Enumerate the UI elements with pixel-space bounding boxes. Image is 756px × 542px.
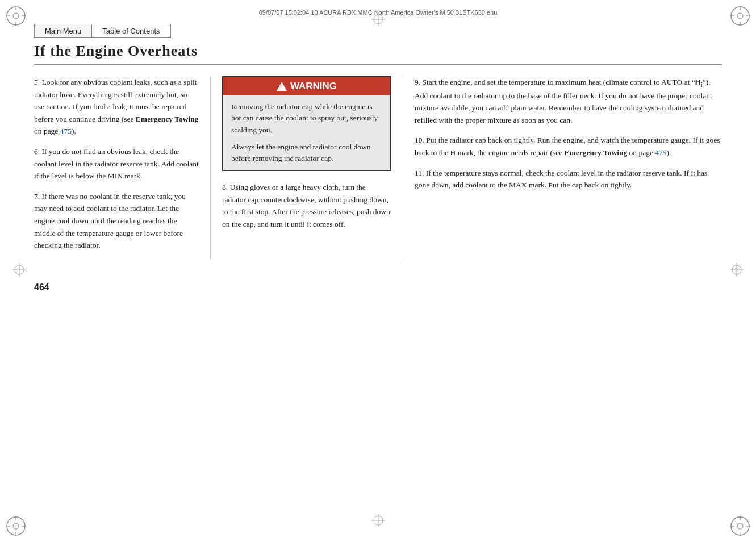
list-item-10: 10. Put the radiator cap back on tightly… <box>415 134 722 159</box>
warning-triangle-icon: ! <box>277 82 287 91</box>
list-item-9: 9. Start the engine, and set the tempera… <box>415 76 722 126</box>
col-middle: ! WARNING Removing the radiator cap whil… <box>210 76 403 260</box>
reg-mark-left <box>12 263 26 279</box>
corner-decoration-br <box>729 515 751 537</box>
item-number-5: 5. <box>34 78 42 86</box>
climate-symbol: Hi <box>695 78 703 86</box>
list-item-8: 8. Using gloves or a large heavy cloth, … <box>222 181 391 230</box>
svg-point-7 <box>737 13 743 19</box>
reg-mark-top <box>371 12 385 28</box>
emergency-towing-link-10: Emergency Towing <box>565 148 628 157</box>
main-menu-button[interactable]: Main Menu <box>34 24 91 38</box>
list-item-5: 5. Look for any obvious coolant leaks, s… <box>34 76 199 137</box>
emergency-towing-link-5: Emergency Towing <box>136 115 199 123</box>
table-of-contents-button[interactable]: Table of Contents <box>91 24 170 38</box>
warning-text-2: Always let the engine and radiator cool … <box>231 141 382 165</box>
page-title: If the Engine Overheats <box>34 43 722 65</box>
list-item-7: 7. If there was no coolant in the reserv… <box>34 190 199 252</box>
warning-box: ! WARNING Removing the radiator cap whil… <box>222 76 391 171</box>
list-item-6: 6. If you do not find an obvious leak, c… <box>34 145 199 182</box>
reg-mark-right <box>730 263 744 279</box>
item-number-9: 9. <box>415 78 423 86</box>
content-area: 5. Look for any obvious coolant leaks, s… <box>34 76 722 260</box>
svg-point-1 <box>13 13 19 19</box>
page-number: 464 <box>34 282 722 293</box>
corner-decoration-tr <box>729 5 751 27</box>
warning-text-1: Removing the radiator cap while the engi… <box>231 101 382 136</box>
col-left: 5. Look for any obvious coolant leaks, s… <box>34 76 210 260</box>
warning-title: WARNING <box>290 81 337 92</box>
corner-decoration-bl <box>5 515 27 537</box>
warning-header: ! WARNING <box>223 77 390 95</box>
col-right: 9. Start the engine, and set the tempera… <box>403 76 722 260</box>
item-number-10: 10. <box>415 136 426 144</box>
corner-decoration-tl <box>5 5 27 27</box>
item-number-11: 11. <box>415 169 426 177</box>
item-number-8: 8. <box>222 183 230 191</box>
list-item-11: 11. If the temperature stays normal, che… <box>415 167 722 191</box>
svg-point-19 <box>737 523 743 529</box>
svg-point-13 <box>13 523 19 529</box>
item-number-6: 6. <box>34 147 42 156</box>
page-link-475-10[interactable]: 475 <box>655 148 666 157</box>
page-link-475-5[interactable]: 475 <box>60 127 72 135</box>
item-number-7: 7. <box>34 192 42 201</box>
reg-mark-bottom <box>371 514 385 530</box>
warning-body: Removing the radiator cap while the engi… <box>223 95 390 170</box>
